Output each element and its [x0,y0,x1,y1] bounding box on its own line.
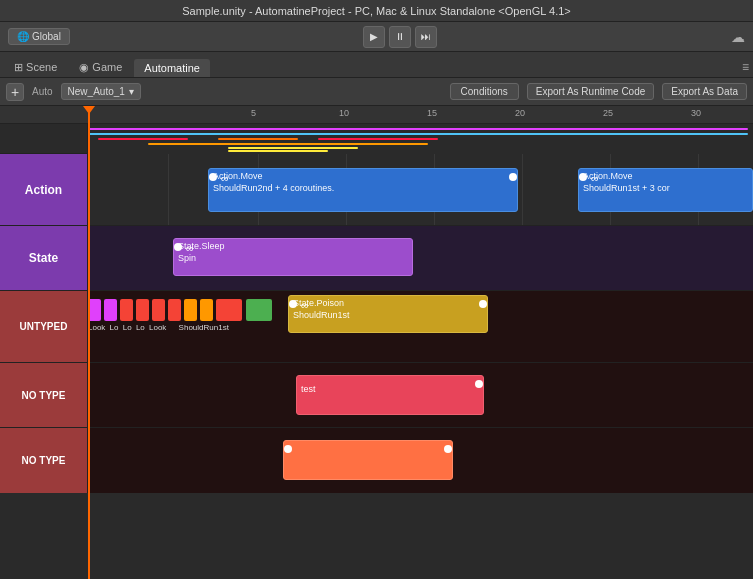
tab-automatine[interactable]: Automatine [134,59,210,77]
untyped-small-10[interactable] [246,299,272,321]
notype1-label: NO TYPE [0,363,88,427]
clip-dot-right [509,173,517,181]
ruler-tick-5: 5 [251,108,256,118]
play-icon: ▶ [370,31,378,42]
toolbar-center: ▶ ⏸ ⏭ [78,26,723,48]
action-track: Action ∞ Action.Mov [0,154,753,226]
hline-cyan [88,133,748,135]
tab-bar-options[interactable]: ≡ [742,60,749,77]
state-track: State ∞ State.Sleep Spin [0,226,753,291]
controls-bar: + Auto New_Auto_1 ▾ Conditions Export As… [0,78,753,106]
state-dot-left [174,243,182,251]
notype1-clip-label: test [301,384,479,396]
notype2-dot-left [284,445,292,453]
clip-infinity: ∞ [221,172,229,184]
play-button[interactable]: ▶ [363,26,385,48]
next-icon: ⏭ [421,31,431,42]
notype1-clip[interactable]: test [296,375,484,415]
action-clip-2[interactable]: ∞ Action.Move ShouldRun1st + 3 cor [578,168,753,212]
clip-label-2: ShouldRun2nd + 4 coroutines. [213,183,513,195]
state-clip-label-2: Spin [178,253,408,265]
add-button[interactable]: + [6,83,24,101]
globe-icon: 🌐 [17,31,29,42]
action-content: ∞ Action.Move ShouldRun2nd + 4 coroutine… [88,154,753,225]
colorlines-label-spacer [0,124,88,153]
toolbar-left: 🌐 Global [8,28,70,45]
untyped-small-4[interactable] [136,299,149,321]
ruler-tick-30: 30 [691,108,701,118]
untyped-clip-dot [289,300,297,308]
tab-bar: ⊞ Scene ◉ Game Automatine ≡ [0,52,753,78]
ruler-tick-15: 15 [427,108,437,118]
playhead-head [83,106,95,114]
hline-purple [88,128,748,130]
ruler: 5 10 15 20 25 30 35 40 [0,106,753,124]
toolbar: 🌐 Global ▶ ⏸ ⏭ ☁ [0,22,753,52]
state-clip-1[interactable]: ∞ State.Sleep Spin [173,238,413,276]
cloud-button[interactable]: ☁ [731,29,745,45]
ruler-tick-25: 25 [603,108,613,118]
untyped-label: UNTYPED [0,291,88,362]
state-content: ∞ State.Sleep Spin [88,226,753,290]
toolbar-right: ☁ [731,29,745,45]
state-infinity: ∞ [186,242,194,254]
scene-tab-icon: ⊞ [14,61,23,73]
untyped-clip-dot-right [479,300,487,308]
clip-label-4: ShouldRun1st + 3 cor [583,183,748,195]
untyped-big-clip[interactable]: ∞ State.Poison ShouldRun1st [288,295,488,333]
tracks: Action ∞ Action.Mov [0,124,753,579]
export-data-button[interactable]: Export As Data [662,83,747,100]
global-button[interactable]: 🌐 Global [8,28,70,45]
hline-orange2 [148,143,428,145]
notype1-track: NO TYPE test [0,363,753,428]
notype2-clip[interactable] [283,440,453,480]
hline-yellow2 [228,150,328,152]
tab-scene[interactable]: ⊞ Scene [4,58,67,77]
untyped-small-3[interactable] [120,299,133,321]
game-tab-icon: ◉ [79,61,89,73]
state-clip-label-1: State.Sleep [178,241,408,253]
ruler-tick-10: 10 [339,108,349,118]
hline-yellow1 [228,147,358,149]
hline-red2 [318,138,438,140]
untyped-clip-label-1: State.Poison [293,298,483,310]
untyped-track: UNTYPED Look L [0,291,753,363]
notype2-track: NO TYPE [0,428,753,493]
clip-label-3: Action.Move [583,171,748,183]
plus-icon: + [11,84,19,100]
untyped-small-8[interactable] [200,299,213,321]
hline-red1 [98,138,188,140]
untyped-small-5[interactable] [152,299,165,321]
title-text: Sample.unity - AutomatineProject - PC, M… [182,5,570,17]
title-bar: Sample.unity - AutomatineProject - PC, M… [0,0,753,22]
export-code-button[interactable]: Export As Runtime Code [527,83,655,100]
cloud-icon: ☁ [731,29,745,45]
chevron-down-icon: ▾ [129,86,134,97]
action-clip-1[interactable]: ∞ Action.Move ShouldRun2nd + 4 coroutine… [208,168,518,212]
untyped-small-6[interactable] [168,299,181,321]
ruler-tick-20: 20 [515,108,525,118]
next-button[interactable]: ⏭ [415,26,437,48]
untyped-clip-label-2: ShouldRun1st [293,310,483,322]
untyped-small-9[interactable] [216,299,242,321]
notype2-content [88,428,753,493]
auto-label: Auto [32,86,53,97]
hline-orange1 [218,138,298,140]
conditions-button[interactable]: Conditions [450,83,519,100]
timeline-container: 5 10 15 20 25 30 35 40 [0,106,753,579]
grid-line [168,154,169,225]
notype1-dot [475,380,483,388]
pause-icon: ⏸ [395,31,405,42]
tab-game[interactable]: ◉ Game [69,58,132,77]
colorlines-content [88,124,753,154]
clip-dot-left [579,173,587,181]
action-label: Action [0,154,88,225]
playhead[interactable] [88,106,90,579]
untyped-small-7[interactable] [184,299,197,321]
clip-label-1: Action.Move [213,171,513,183]
main-area: 5 10 15 20 25 30 35 40 [0,106,753,579]
notype1-content: test [88,363,753,427]
auto-dropdown[interactable]: New_Auto_1 ▾ [61,83,141,100]
pause-button[interactable]: ⏸ [389,26,411,48]
untyped-small-2[interactable] [104,299,117,321]
